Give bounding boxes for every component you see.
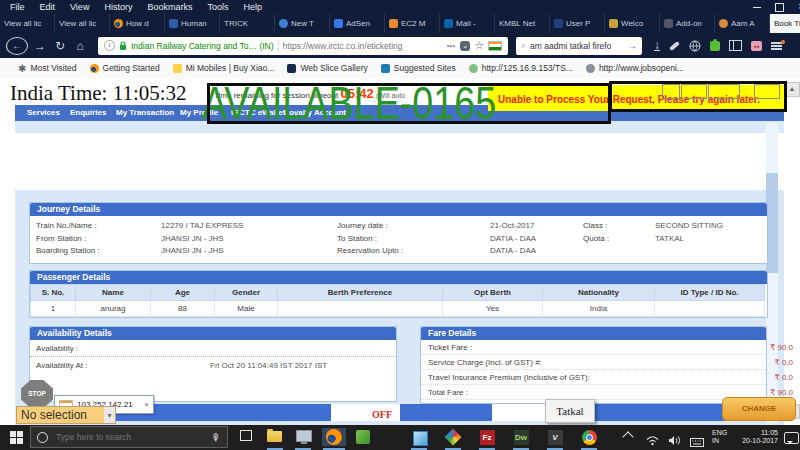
wrench-icon[interactable] [669,40,680,50]
tab[interactable]: KMBL Net [495,14,550,33]
menu-bookmarks[interactable]: Bookmarks [147,2,192,12]
page-actions-icon[interactable]: ⋯ [447,41,457,51]
menu-edit[interactable]: Edit [40,2,56,12]
url-text[interactable]: https://www.irctc.co.in/eticketing [283,41,443,51]
search-bar[interactable]: ⌕ am aadmi tatkal firefo → [516,37,642,55]
tab[interactable]: AdSen [330,14,385,33]
bookmark-ip-link[interactable]: http://125.16.9.153/TS... [469,63,573,73]
menu-file[interactable]: File [10,2,25,12]
sidebar-icon[interactable] [729,40,742,51]
col-nationality: Nationality [543,285,655,301]
bookmark-jobs-link[interactable]: http://www.jobsopeni... [586,63,684,73]
passenger-details-header: Passenger Details [30,271,767,284]
menu-view[interactable]: View [70,2,89,12]
close-icon[interactable]: × [144,400,149,409]
volume-button[interactable] [668,432,681,450]
tab[interactable]: How d [110,14,165,33]
dreamweaver-button[interactable]: Dw [512,428,530,446]
file-explorer-button[interactable] [266,428,284,446]
nav-enquiries[interactable]: Enquiries [70,105,106,121]
minimize-button[interactable] [753,7,761,8]
taskbar-search-box[interactable]: 🎙 [30,426,228,448]
site-info-icon[interactable]: i [104,40,115,51]
menu-history[interactable]: History [104,2,132,12]
clock-indicator[interactable]: 11:05 20-10-2017 [732,429,778,445]
home-button[interactable]: ⌂ [70,39,90,53]
remote-desktop-button[interactable] [294,428,312,446]
tab[interactable]: View all lic [55,14,110,33]
bookmark-most-visited[interactable]: ✱Most Visited [18,63,77,74]
downloads-icon[interactable]: ↓ [654,40,660,51]
vmware-button[interactable]: V [546,428,564,446]
fare-row-ticket-fare: Ticket Fare :₹ 90.0 [421,340,766,355]
cars-extension-icon[interactable]: ●● [751,41,762,51]
globe-icon [586,64,595,73]
india-flag-extension-icon[interactable] [488,41,502,51]
bookmark-suggested-sites[interactable]: Suggested Sites [381,63,456,73]
tab[interactable]: User P [550,14,605,33]
toolbar-extension-icons: ↓ ●● [654,40,782,52]
firefox-taskbar-button[interactable] [322,428,346,446]
back-button[interactable]: ← [6,37,28,55]
bookmark-web-slice[interactable]: Web Slice Gallery [287,63,367,73]
green-app-button[interactable] [354,428,372,446]
tab[interactable]: Mail - [440,14,495,33]
tab-label: KMBL Net [499,19,535,28]
bookmark-getting-started[interactable]: Getting Started [90,63,160,73]
language-indicator[interactable]: ENGIN [712,429,727,445]
tab[interactable]: Aam A [715,14,770,33]
search-value[interactable]: am aadmi tatkal firefo [530,41,611,51]
bookmark-mi-mobiles[interactable]: Mi Mobiles | Buy Xiao... [173,63,275,73]
search-go-icon[interactable]: → [627,40,637,51]
tab-label: AdSen [346,19,370,28]
fare-row-insurance: Travel Insurance Premium (Inclusive of G… [421,370,766,385]
search-icon: ⌕ [521,40,526,51]
url-separator [278,40,279,52]
reload-button[interactable]: ↻ [50,39,70,53]
task-view-button[interactable] [238,428,256,446]
tab[interactable]: Add-on [660,14,715,33]
web-slice-icon [287,64,296,73]
no-selection-dropdown[interactable]: No selection ▼ [16,406,116,424]
tab-label: Add-on [676,19,702,28]
globe-icon[interactable] [689,40,701,52]
col-sno: S. No. [31,285,76,301]
chrome-button[interactable] [580,428,598,446]
tab[interactable]: Human [165,14,220,33]
speaker-icon [668,435,681,446]
tab[interactable]: EC2 M [385,14,440,33]
virtualbox-button[interactable] [410,428,428,446]
forward-button[interactable]: → [30,39,50,53]
diamond-icon [445,429,462,446]
filezilla-button[interactable]: Fz [478,428,496,446]
url-bar[interactable]: i Indian Railway Catering and To… (IN) h… [98,37,508,55]
touch-keyboard-button[interactable] [690,433,704,450]
menu-help[interactable]: Help [243,2,262,12]
start-button[interactable] [10,431,23,444]
tab[interactable]: Welco [605,14,660,33]
chevron-down-icon[interactable]: ▼ [104,407,115,423]
taskbar-search-input[interactable] [54,431,205,443]
tray-expand-button[interactable] [624,430,632,441]
monitor-icon [296,430,312,442]
bookmark-star-icon[interactable]: ☆ [474,39,484,52]
vmware-icon: V [548,430,563,445]
change-options-button[interactable]: CHANGE OPTIONS [722,397,796,421]
menu-tools[interactable]: Tools [207,2,228,12]
wifi-button[interactable] [646,432,659,450]
tab[interactable]: New T [275,14,330,33]
tab-active-book-ticket[interactable]: Book Ti× [770,14,800,33]
nav-my-transaction[interactable]: My Transaction [116,105,174,121]
color-app-button[interactable] [444,428,462,446]
nav-services[interactable]: Services [27,105,60,121]
pocket-icon[interactable]: ⌄ [460,41,470,51]
tab[interactable]: TRICK [220,14,275,33]
microphone-icon[interactable]: 🎙 [211,432,221,443]
menu-hamburger-icon[interactable] [771,42,782,44]
extension-puzzle-icon[interactable] [710,41,720,51]
tab-label: View all lic [59,19,96,28]
action-center-button[interactable] [784,430,799,444]
tab[interactable]: View all lic [0,14,55,33]
tray-time: 11:05 [732,429,778,437]
maximize-button[interactable] [775,3,784,12]
